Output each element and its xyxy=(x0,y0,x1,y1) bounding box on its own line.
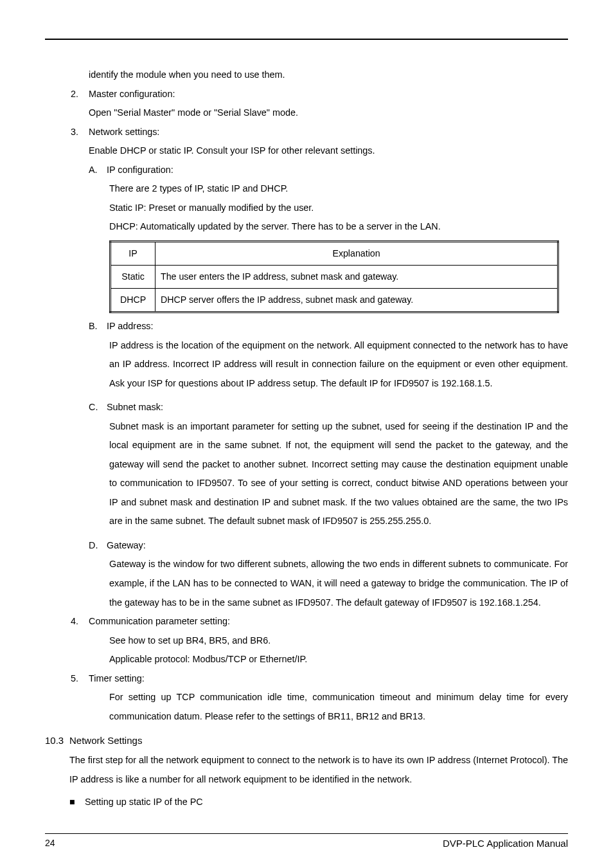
item-4-num: 4. xyxy=(71,612,89,631)
td-dhcp-exp: DHCP server offers the IP address, subne… xyxy=(155,289,558,312)
item-5-body: For setting up TCP communication idle ti… xyxy=(45,688,568,726)
sub-b-body: IP address is the location of the equipm… xyxy=(45,336,568,393)
section-intro: The first step for all the network equip… xyxy=(45,751,568,789)
sub-a-l3: DHCP: Automatically updated by the serve… xyxy=(45,217,568,237)
item-5-title: Timer setting: xyxy=(89,669,568,689)
manual-title: DVP-PLC Application Manual xyxy=(443,838,568,849)
item-2-title: Master configuration: xyxy=(89,85,568,104)
sub-b: B. IP address: xyxy=(45,317,568,336)
item-4: 4. Communication parameter setting: xyxy=(45,612,568,631)
item-3-line: Enable DHCP or static IP. Consult your I… xyxy=(45,141,568,161)
sub-c: C. Subnet mask: xyxy=(45,398,568,417)
page-content: identify the module when you need to use… xyxy=(45,66,568,812)
td-static-exp: The user enters the IP address, subnet m… xyxy=(155,265,558,288)
header-rule xyxy=(45,39,568,40)
td-dhcp: DHCP xyxy=(111,289,155,312)
item-3: 3. Network settings: xyxy=(45,123,568,142)
sub-a-title: IP configuration: xyxy=(107,161,568,180)
sub-d-let: D. xyxy=(89,536,107,556)
sub-c-body: Subnet mask is an important parameter fo… xyxy=(45,417,568,531)
th-exp: Explanation xyxy=(155,241,558,265)
sub-a-l1: There are 2 types of IP, static IP and D… xyxy=(45,179,568,199)
sub-c-title: Subnet mask: xyxy=(107,398,568,417)
item-2-line: Open "Serial Master" mode or "Serial Sla… xyxy=(45,104,568,123)
sub-b-title: IP address: xyxy=(107,317,568,336)
section-num: 10.3 xyxy=(45,731,69,751)
square-bullet-icon: ■ xyxy=(69,793,85,812)
sub-b-let: B. xyxy=(89,317,107,336)
sub-d-body: Gateway is the window for two different … xyxy=(45,555,568,612)
item-2-num: 2. xyxy=(71,85,89,104)
page-footer: 24 DVP-PLC Application Manual xyxy=(45,833,568,849)
sub-d: D. Gateway: xyxy=(45,536,568,556)
footer-rule xyxy=(45,833,568,834)
item-2: 2. Master configuration: xyxy=(45,85,568,104)
item-4-title: Communication parameter setting: xyxy=(89,612,568,631)
bullet-text: Setting up static IP of the PC xyxy=(85,793,203,812)
item-4-l1: See how to set up BR4, BR5, and BR6. xyxy=(45,631,568,651)
ip-table: IP Explanation Static The user enters th… xyxy=(109,240,559,313)
td-static: Static xyxy=(111,265,155,288)
section-heading: 10.3 Network Settings xyxy=(45,731,568,751)
sub-a: A. IP configuration: xyxy=(45,161,568,180)
page-number: 24 xyxy=(45,838,55,849)
bullet-item: ■ Setting up static IP of the PC xyxy=(45,793,568,812)
item-3-num: 3. xyxy=(71,123,89,142)
sub-d-title: Gateway: xyxy=(107,536,568,556)
sub-a-l2: Static IP: Preset or manually modified b… xyxy=(45,199,568,218)
item-4-l2: Applicable protocol: Modbus/TCP or Ether… xyxy=(45,650,568,669)
sub-a-let: A. xyxy=(89,161,107,180)
sub-c-let: C. xyxy=(89,398,107,417)
item-3-title: Network settings: xyxy=(89,123,568,142)
section-title: Network Settings xyxy=(69,731,142,751)
th-ip: IP xyxy=(111,241,155,265)
item-5: 5. Timer setting: xyxy=(45,669,568,689)
item-5-num: 5. xyxy=(71,669,89,689)
para-identify: identify the module when you need to use… xyxy=(45,66,568,85)
